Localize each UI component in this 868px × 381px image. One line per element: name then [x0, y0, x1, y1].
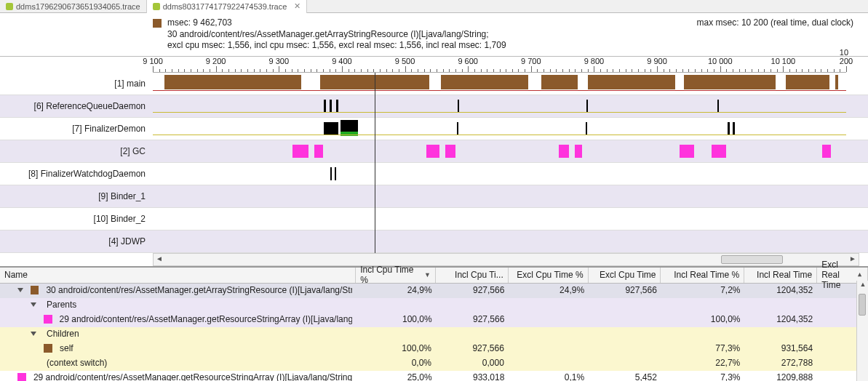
trace-segment[interactable]: [680, 145, 694, 158]
scroll-up-arrow[interactable]: ▲: [857, 281, 868, 292]
ruler-tick-label: 10 200: [840, 48, 853, 65]
ruler-tick-label: 9 300: [269, 57, 290, 65]
ruler-tick-label: 9 200: [206, 57, 226, 65]
msec-label: msec: 9 462,703: [167, 17, 506, 29]
expand-icon[interactable]: [31, 302, 36, 307]
trace-segment[interactable]: [324, 122, 338, 135]
cell: 0,0%: [356, 356, 436, 370]
table-row[interactable]: 30 android/content/res/AssetManager.getA…: [0, 284, 868, 298]
thread-label: [8] FinalizerWatchdogDaemon: [0, 169, 153, 179]
row-label: 29 android/content/res/AssetManager.getR…: [33, 372, 352, 381]
thread-row-gc[interactable]: [2] GC: [0, 140, 868, 163]
trace-segment[interactable]: [458, 100, 459, 113]
col-incl-real-pct[interactable]: Incl Real Time %: [661, 268, 744, 283]
trace-segment[interactable]: [684, 75, 776, 89]
trace-segment[interactable]: [441, 75, 528, 89]
scroll-left-arrow[interactable]: ◄: [154, 254, 165, 265]
cell: [436, 327, 509, 341]
timeline-h-scrollbar[interactable]: ◄ ►: [153, 253, 859, 266]
col-incl-real[interactable]: Incl Real Time: [744, 268, 817, 283]
trace-segment[interactable]: [457, 122, 458, 135]
col-name[interactable]: Name: [0, 268, 356, 283]
scroll-thumb[interactable]: [859, 294, 866, 316]
table-row[interactable]: 29 android/content/res/AssetManager.getR…: [0, 313, 868, 327]
trace-segment[interactable]: [786, 75, 829, 89]
trace-segment[interactable]: [541, 75, 578, 89]
thread-row[interactable]: [10] Binder_2: [0, 208, 868, 230]
trace-segment[interactable]: [559, 145, 569, 158]
cell: 927,566: [437, 313, 509, 326]
col-incl-cpu[interactable]: Incl Cpu Ti...: [436, 268, 509, 283]
playhead-cursor[interactable]: [375, 73, 375, 253]
method-name: 30 android/content/res/AssetManager.getA…: [167, 29, 506, 41]
scroll-thumb[interactable]: [721, 255, 783, 264]
cell: 100,0%: [356, 342, 436, 356]
cell: [356, 298, 436, 312]
table-row[interactable]: (context switch)0,0%0,00022,7%272,788: [0, 356, 868, 371]
cell: 24,9%: [509, 284, 589, 297]
ruler-tick-label: 9 600: [458, 57, 478, 65]
table-row[interactable]: 29 android/content/res/AssetManager.getR…: [0, 371, 868, 381]
cell: [509, 327, 589, 341]
cell: [589, 356, 661, 370]
thread-timeline: [1] main [6] ReferenceQueueDaemon [7] Fi…: [0, 73, 868, 253]
sort-asc-icon: ▼: [856, 271, 863, 278]
cell: 24,9%: [357, 284, 437, 297]
trace-segment[interactable]: [586, 100, 588, 113]
trace-segment[interactable]: [712, 145, 726, 158]
trace-segment[interactable]: [335, 167, 336, 180]
thread-row[interactable]: [6] ReferenceQueueDaemon: [0, 95, 868, 118]
trace-segment[interactable]: [728, 122, 730, 135]
expand-icon[interactable]: [31, 332, 36, 336]
thread-row-main[interactable]: [1] main: [0, 73, 868, 95]
col-incl-cpu-pct[interactable]: Incl Cpu Time %▼: [356, 268, 436, 283]
tab-trace-active[interactable]: ddms8031774177922474539.trace ✕: [147, 0, 308, 13]
thread-label: [10] Binder_2: [0, 214, 153, 224]
thread-row[interactable]: [4] JDWP: [0, 230, 868, 253]
timeline-ruler[interactable]: 9 1009 2009 3009 4009 5009 6009 7009 800…: [153, 57, 846, 73]
cell: 0,000: [436, 356, 509, 370]
table-v-scrollbar[interactable]: ▲: [856, 281, 868, 381]
trace-segment[interactable]: [426, 145, 439, 158]
trace-segment[interactable]: [330, 100, 332, 113]
trace-segment[interactable]: [588, 75, 675, 89]
trace-segment[interactable]: [445, 145, 455, 158]
cell: 25,0%: [357, 371, 437, 381]
trace-segment[interactable]: [835, 75, 838, 89]
expand-icon[interactable]: [17, 288, 23, 292]
cell: [744, 298, 817, 312]
sort-desc-icon: ▼: [424, 271, 431, 278]
ruler-tick-label: 9 700: [521, 57, 541, 65]
col-excl-cpu-pct[interactable]: Excl Cpu Time %: [509, 268, 589, 283]
table-row[interactable]: self100,0%927,56677,3%931,564: [0, 342, 868, 356]
table-row[interactable]: Parents: [0, 298, 868, 313]
table-row[interactable]: Children: [0, 327, 868, 342]
trace-segment[interactable]: [324, 100, 326, 113]
col-excl-cpu[interactable]: Excl Cpu Time: [589, 268, 661, 283]
trace-segment[interactable]: [822, 145, 831, 158]
cell: [436, 298, 509, 312]
cell: 931,564: [744, 342, 817, 356]
trace-segment[interactable]: [292, 145, 308, 158]
trace-segment[interactable]: [733, 122, 735, 135]
trace-segment[interactable]: [314, 145, 323, 158]
tab-trace-inactive[interactable]: ddms1796290673651934065.trace: [0, 0, 147, 13]
thread-row[interactable]: [9] Binder_1: [0, 185, 868, 208]
table-body: 30 android/content/res/AssetManager.getA…: [0, 284, 868, 381]
cell: 0,1%: [509, 371, 589, 381]
trace-segment[interactable]: [336, 100, 338, 113]
table-header: Name Incl Cpu Time %▼ Incl Cpu Ti... Exc…: [0, 268, 868, 284]
thread-label: [6] ReferenceQueueDaemon: [0, 101, 153, 111]
trace-segment[interactable]: [575, 145, 582, 158]
trace-segment[interactable]: [717, 100, 719, 113]
close-icon[interactable]: ✕: [294, 1, 300, 11]
selection-info: msec: 9 462,703 30 android/content/res/A…: [153, 17, 506, 52]
trace-segment[interactable]: [586, 122, 587, 135]
cell: [589, 313, 661, 326]
trace-segment[interactable]: [164, 75, 301, 89]
thread-row[interactable]: [7] FinalizerDemon: [0, 118, 868, 140]
cell: 7,3%: [661, 371, 745, 381]
trace-segment[interactable]: [330, 167, 332, 180]
cell: [509, 356, 589, 370]
thread-row[interactable]: [8] FinalizerWatchdogDaemon: [0, 163, 868, 185]
